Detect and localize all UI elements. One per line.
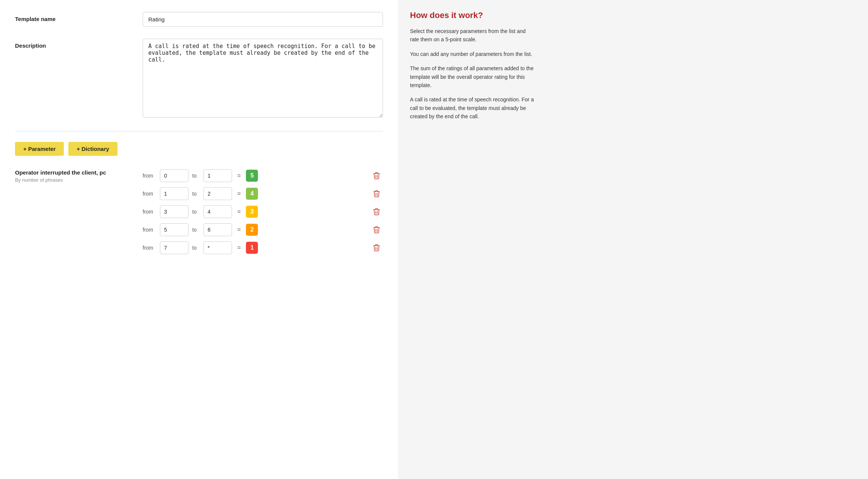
trash-icon: [373, 244, 380, 252]
add-dictionary-button[interactable]: + Dictionary: [68, 142, 117, 156]
sidebar-paragraph-3: A call is rated at the time of speech re…: [410, 95, 536, 121]
to-label: to: [192, 191, 200, 197]
delete-range-button[interactable]: [370, 224, 383, 235]
section-divider: [15, 131, 383, 131]
range-to-input[interactable]: [203, 205, 232, 218]
add-parameter-button[interactable]: + Parameter: [15, 142, 64, 156]
from-label: from: [143, 191, 156, 197]
trash-icon: [373, 190, 380, 197]
equals-sign: =: [237, 190, 241, 197]
range-to-input[interactable]: [203, 223, 232, 236]
range-to-input[interactable]: [203, 187, 232, 200]
add-buttons-row: + Parameter + Dictionary: [15, 142, 383, 156]
range-from-input[interactable]: [160, 223, 188, 236]
score-badge: 1: [246, 242, 258, 254]
equals-sign: =: [237, 226, 241, 233]
parameter-title: Operator interrupted the client, pc: [15, 169, 143, 176]
to-label: to: [192, 245, 200, 251]
score-badge: 4: [246, 188, 258, 200]
trash-icon: [373, 172, 380, 179]
delete-range-button[interactable]: [370, 243, 383, 253]
trash-icon: [373, 226, 380, 233]
equals-sign: =: [237, 208, 241, 215]
score-badge: 2: [246, 224, 258, 236]
range-row: from to = 2: [143, 223, 383, 236]
from-label: from: [143, 173, 156, 179]
equals-sign: =: [237, 244, 241, 251]
description-textarea[interactable]: A call is rated at the time of speech re…: [143, 39, 383, 117]
equals-sign: =: [237, 172, 241, 179]
sidebar-paragraphs: Select the necessary parameters from the…: [410, 27, 536, 121]
to-label: to: [192, 173, 200, 179]
range-row: from to = 5: [143, 169, 383, 182]
delete-range-button[interactable]: [370, 206, 383, 217]
template-name-label: Template name: [15, 12, 143, 22]
sidebar-paragraph-0: Select the necessary parameters from the…: [410, 27, 536, 44]
range-rows-container: from to = 5 from to = 4 from: [143, 169, 383, 259]
range-from-input[interactable]: [160, 169, 188, 182]
score-badge: 5: [246, 170, 258, 182]
ranges-list: from to = 5 from to = 4 from: [143, 169, 383, 259]
sidebar-paragraph-2: The sum of the ratings of all parameters…: [410, 64, 536, 89]
sidebar-paragraph-1: You can add any number of parameters fro…: [410, 50, 536, 58]
to-label: to: [192, 227, 200, 233]
description-label: Description: [15, 39, 143, 49]
trash-icon: [373, 208, 380, 215]
from-label: from: [143, 209, 156, 215]
template-name-input[interactable]: [143, 12, 383, 27]
range-row: from to = 4: [143, 187, 383, 200]
parameter-subtitle: By number of phrases: [15, 177, 143, 183]
range-from-input[interactable]: [160, 187, 188, 200]
range-row: from to = 1: [143, 241, 383, 254]
sidebar: How does it work? Select the necessary p…: [398, 0, 548, 479]
range-row: from to = 3: [143, 205, 383, 218]
from-label: from: [143, 245, 156, 251]
sidebar-title: How does it work?: [410, 11, 536, 20]
parameter-section: Operator interrupted the client, pc By n…: [15, 169, 383, 259]
from-label: from: [143, 227, 156, 233]
range-to-input[interactable]: [203, 169, 232, 182]
delete-range-button[interactable]: [370, 188, 383, 199]
to-label: to: [192, 209, 200, 215]
delete-range-button[interactable]: [370, 170, 383, 181]
range-to-input[interactable]: [203, 241, 232, 254]
range-from-input[interactable]: [160, 205, 188, 218]
score-badge: 3: [246, 206, 258, 218]
range-from-input[interactable]: [160, 241, 188, 254]
